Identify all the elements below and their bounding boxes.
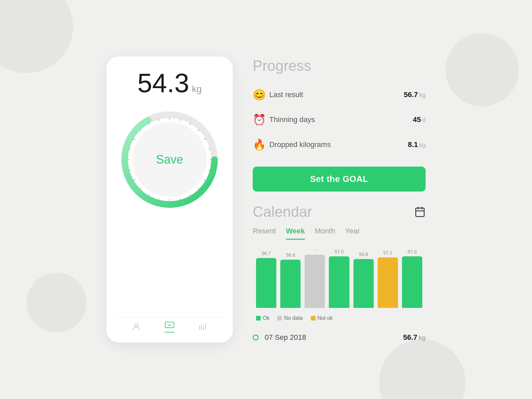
bar-value-5: 57.1 (383, 250, 392, 255)
calendar-tabs: Resent Week Month Year (253, 227, 426, 240)
bar-value-0: 56.7 (262, 251, 271, 256)
nav-active-indicator (165, 332, 175, 332)
progress-item-last-result: 😊 Last result 56.7kg (253, 82, 426, 107)
timeline-pin (253, 334, 259, 340)
bar-value-1: 56.8 (286, 252, 295, 258)
tab-week[interactable]: Week (286, 227, 305, 240)
bar-2[interactable] (305, 255, 325, 308)
right-panel: Progress 😊 Last result 56.7kg ⏰ Thinning… (253, 58, 426, 342)
fire-emoji: 🔥 (253, 138, 269, 151)
legend-not-ok-label: Not ok (318, 315, 333, 321)
calendar-header: Calendar (253, 203, 426, 220)
bar-0[interactable] (256, 258, 276, 308)
thinning-days-value: 45d (413, 115, 426, 124)
bar-1[interactable] (280, 260, 301, 308)
tab-year[interactable]: Year (345, 227, 360, 240)
nav-item-profile[interactable] (132, 322, 141, 331)
tab-month[interactable]: Month (315, 227, 335, 240)
progress-list: 😊 Last result 56.7kg ⏰ Thinning days 45d… (253, 82, 426, 157)
progress-title: Progress (253, 58, 426, 74)
date-result-row: 07 Sep 2018 56.7kg (253, 328, 426, 342)
bg-decoration-2 (446, 33, 519, 106)
chart-legend: Ok No data Not ok (253, 311, 426, 321)
bar-5[interactable] (378, 257, 398, 308)
legend-dot-not-ok (311, 316, 316, 321)
bg-decoration-3 (27, 273, 86, 332)
bar-group-0: 56.7 (256, 251, 276, 308)
bar-chart: 56.756.8-57.056.857.157.0 Ok No data Not… (253, 248, 426, 321)
bar-3[interactable] (329, 256, 349, 308)
thinning-days-label: Thinning days (269, 115, 413, 124)
dropped-kg-label: Dropped kilograms (269, 140, 408, 149)
last-result-value: 56.7kg (404, 90, 426, 99)
bar-value-4: 56.8 (359, 252, 368, 257)
legend-no-data-label: No data (284, 315, 303, 321)
bars-icon (198, 322, 207, 331)
alarm-emoji: ⏰ (253, 113, 269, 126)
bottom-navigation (113, 317, 226, 332)
person-icon (132, 322, 141, 331)
weight-unit: kg (192, 84, 202, 94)
calendar-icon[interactable] (414, 206, 426, 217)
tab-resent[interactable]: Resent (253, 227, 276, 240)
scale-icon (165, 321, 175, 330)
progress-item-dropped-kg: 🔥 Dropped kilograms 8.1kg (253, 132, 426, 157)
dropped-kg-value: 8.1kg (408, 140, 426, 149)
progress-item-thinning-days: ⏰ Thinning days 45d (253, 107, 426, 132)
bar-4[interactable] (353, 259, 374, 308)
weight-display: 54.3 kg (137, 70, 201, 96)
last-result-label: Last result (269, 90, 404, 99)
legend-ok: Ok (256, 315, 269, 321)
nav-item-weight[interactable] (165, 321, 175, 332)
date-weight-value: 56.7kg (403, 333, 426, 342)
bar-group-4: 56.8 (353, 252, 374, 308)
bar-group-5: 57.1 (378, 250, 398, 308)
bar-value-6: 57.0 (408, 249, 417, 254)
svg-point-27 (135, 324, 138, 327)
bar-group-3: 57.0 (329, 249, 349, 308)
svg-rect-34 (416, 208, 424, 216)
bg-decoration-1 (0, 0, 73, 73)
weight-dial[interactable]: Save (120, 110, 219, 209)
set-goal-button[interactable]: Set the GOAL (253, 167, 426, 192)
weight-value: 54.3 (137, 70, 189, 96)
legend-ok-label: Ok (263, 315, 269, 321)
bar-group-1: 56.8 (280, 252, 301, 308)
save-button[interactable]: Save (156, 153, 183, 167)
legend-dot-ok (256, 316, 261, 321)
bar-group-6: 57.0 (402, 249, 422, 308)
bar-value-2: - (314, 247, 316, 253)
bars-container: 56.756.8-57.056.857.157.0 (253, 248, 426, 308)
date-text: 07 Sep 2018 (265, 333, 397, 342)
phone-card: 54.3 kg (106, 57, 233, 342)
nav-item-stats[interactable] (198, 322, 207, 331)
legend-dot-no-data (277, 316, 282, 321)
bar-value-3: 57.0 (334, 249, 343, 254)
bg-decoration-4 (379, 339, 466, 399)
bar-group-2: - (305, 247, 325, 308)
smile-emoji: 😊 (253, 88, 269, 101)
calendar-title: Calendar (253, 203, 312, 220)
legend-no-data: No data (277, 315, 303, 321)
legend-not-ok: Not ok (311, 315, 333, 321)
bar-6[interactable] (402, 256, 422, 308)
